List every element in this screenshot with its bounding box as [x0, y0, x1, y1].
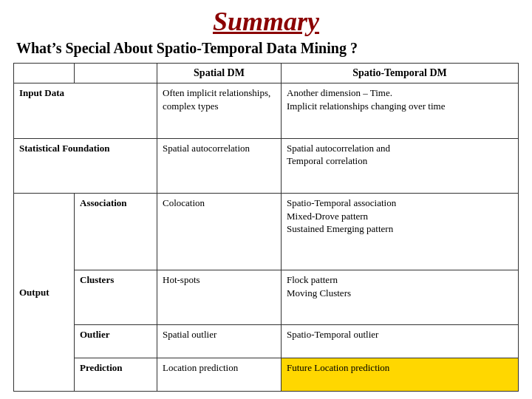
- col-header-empty1: [14, 63, 75, 83]
- row-label-output: Output: [14, 194, 75, 392]
- summary-table: Spatial DM Spatio-Temporal DM Input Data…: [13, 63, 519, 392]
- page-subtitle: What’s Special About Spatio-Temporal Dat…: [13, 40, 519, 57]
- cell-clusters-spatial: Hot-spots: [157, 270, 282, 325]
- row-label-inputdata: Input Data: [14, 83, 157, 138]
- row-sub-association: Association: [75, 194, 157, 270]
- row-sub-prediction: Prediction: [75, 358, 157, 392]
- table-row-outlier: Outlier Spatial outlier Spatio-Temporal …: [14, 325, 519, 358]
- cell-clusters-spatio: Flock patternMoving Clusters: [282, 270, 519, 325]
- col-header-empty2: [75, 63, 157, 83]
- cell-outlier-spatio: Spatio-Temporal outlier: [282, 325, 519, 358]
- row-sub-outlier: Outlier: [75, 325, 157, 358]
- table-row-association: Output Association Colocation Spatio-Tem…: [14, 194, 519, 270]
- cell-association-spatio: Spatio-Temporal associationMixed-Drove p…: [282, 194, 519, 270]
- page: Summary What’s Special About Spatio-Temp…: [0, 0, 532, 399]
- table-row-statfound: Statistical Foundation Spatial autocorre…: [14, 138, 519, 193]
- cell-association-spatial: Colocation: [157, 194, 282, 270]
- table-row-clusters: Clusters Hot-spots Flock patternMoving C…: [14, 270, 519, 325]
- row-sub-clusters: Clusters: [75, 270, 157, 325]
- row-label-statfound: Statistical Foundation: [14, 138, 157, 193]
- cell-statfound-spatio: Spatial autocorrelation andTemporal corr…: [282, 138, 519, 193]
- table-header-row: Spatial DM Spatio-Temporal DM: [14, 63, 519, 83]
- table-row-inputdata: Input Data Often implicit relationships,…: [14, 83, 519, 138]
- cell-prediction-spatial: Location prediction: [157, 358, 282, 392]
- page-title: Summary: [13, 7, 519, 37]
- table-row-prediction: Prediction Location prediction Future Lo…: [14, 358, 519, 392]
- cell-inputdata-spatial: Often implicit relationships, complex ty…: [157, 83, 282, 138]
- col-header-spatio-temporal: Spatio-Temporal DM: [282, 63, 519, 83]
- col-header-spatial: Spatial DM: [157, 63, 282, 83]
- cell-outlier-spatial: Spatial outlier: [157, 325, 282, 358]
- cell-inputdata-spatio: Another dimension – Time.Implicit relati…: [282, 83, 519, 138]
- cell-statfound-spatial: Spatial autocorrelation: [157, 138, 282, 193]
- cell-prediction-spatio: Future Location prediction: [282, 358, 519, 392]
